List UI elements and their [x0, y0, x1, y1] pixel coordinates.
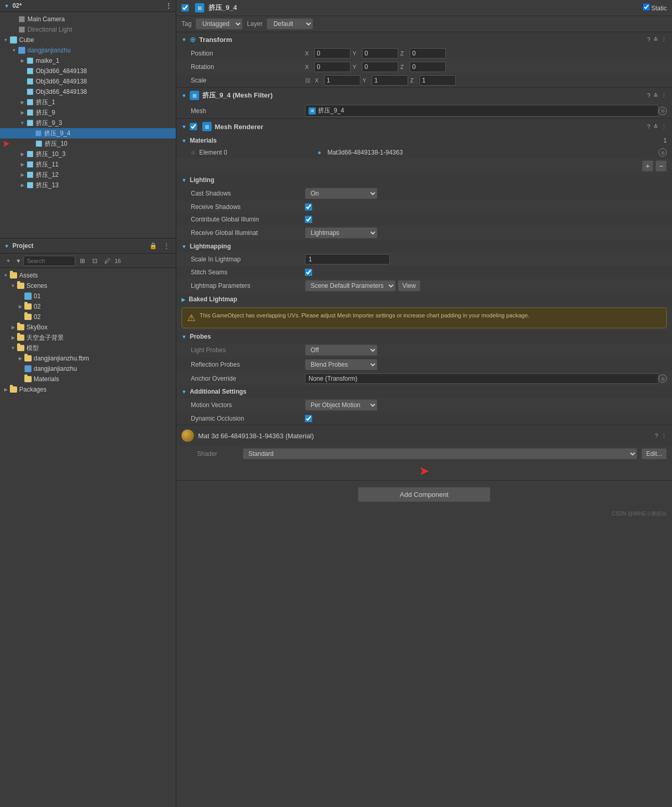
project-icon-btn1[interactable]: ⊞: [77, 256, 88, 266]
tree-item-skybox[interactable]: ▶ SkyBox: [0, 322, 176, 332]
baked-expand[interactable]: ▶: [181, 297, 186, 302]
project-icon-btn2[interactable]: ⊡: [90, 256, 100, 266]
tree-item-materials[interactable]: Materials: [0, 374, 176, 384]
mesh-renderer-help-icon[interactable]: ?: [647, 123, 650, 130]
tree-arrow-packages[interactable]: ▶: [2, 386, 9, 393]
add-material-btn[interactable]: +: [642, 160, 653, 172]
tree-arrow-maike1[interactable]: ▶: [19, 57, 26, 64]
tree-item-dobj[interactable]: dangjianjianzhu: [0, 364, 176, 374]
lightmapping-section-header[interactable]: ▼ Lightmapping: [176, 240, 672, 253]
project-menu-btn[interactable]: ⋮: [161, 241, 172, 251]
static-checkbox[interactable]: [643, 4, 650, 10]
receive-gi-dropdown[interactable]: Lightmaps: [305, 227, 377, 239]
project-icon-btn3[interactable]: 🖊: [102, 256, 113, 266]
motion-vectors-dropdown[interactable]: Per Object Motion: [305, 399, 377, 411]
tree-item-obj3[interactable]: Obj3d66_4849138: [0, 87, 176, 97]
remove-material-btn[interactable]: −: [655, 160, 667, 172]
position-x-input[interactable]: [314, 48, 351, 59]
material-menu-icon[interactable]: ⋮: [661, 433, 667, 439]
tree-item-jiya103[interactable]: ▶ 挤压_10_3: [0, 149, 176, 159]
material-header[interactable]: Mat 3d 66-4849138-1-94363 (Material) ? ⋮: [176, 425, 672, 446]
tree-arrow-jiya1[interactable]: ▶: [19, 99, 26, 106]
lighting-section-header[interactable]: ▼ Lighting: [176, 174, 672, 186]
scale-z-input[interactable]: [419, 75, 456, 86]
tree-item-jiya11[interactable]: ▶ 挤压_11: [0, 159, 176, 170]
shader-dropdown[interactable]: Standard: [243, 448, 637, 460]
cast-shadows-dropdown[interactable]: On: [305, 188, 377, 199]
tree-item-dir-light[interactable]: Directional Light: [0, 24, 176, 35]
tree-item-main-camera[interactable]: Main Camera: [0, 14, 176, 24]
tree-item-jiya12[interactable]: ▶ 挤压_12: [0, 170, 176, 180]
material-help-icon[interactable]: ?: [655, 433, 658, 439]
tree-arrow-scenes[interactable]: ▼: [9, 282, 17, 289]
mesh-target-btn[interactable]: ◎: [659, 107, 667, 115]
add-component-btn[interactable]: Add Component: [358, 487, 491, 502]
tree-item-jiya93[interactable]: ▼ 挤压_9_3: [0, 118, 176, 128]
tree-item-cube[interactable]: ▼ Cube: [0, 35, 176, 45]
tree-item-01[interactable]: 01: [0, 291, 176, 301]
tree-arrow-jiya12[interactable]: ▶: [19, 171, 26, 178]
scale-link-icon[interactable]: ⛓: [305, 77, 311, 84]
receive-shadows-checkbox[interactable]: [305, 203, 312, 211]
project-add-btn[interactable]: +: [3, 256, 13, 266]
mesh-filter-menu-icon[interactable]: ⋮: [661, 92, 667, 99]
transform-menu-icon[interactable]: ⋮: [661, 36, 667, 43]
tree-item-jiya94[interactable]: 挤压_9_4: [0, 128, 176, 138]
tag-dropdown[interactable]: Untagged: [195, 18, 243, 30]
additional-section-header[interactable]: ▼ Additional Settings: [176, 385, 672, 398]
drag-handle[interactable]: ≡: [191, 148, 195, 157]
scale-lightmap-input[interactable]: [305, 254, 390, 265]
tree-item-dangjianjianzhu[interactable]: ▼ dangjianjianzhu: [0, 45, 176, 55]
tree-item-model[interactable]: ▼ 模型: [0, 343, 176, 353]
edit-btn[interactable]: Edit...: [641, 448, 667, 460]
tree-arrow-jiya9[interactable]: ▶: [19, 109, 26, 116]
tree-item-02b[interactable]: 02: [0, 312, 176, 322]
reflection-probes-dropdown[interactable]: Blend Probes: [305, 359, 377, 370]
tree-arrow-jiya103[interactable]: ▶: [19, 150, 26, 158]
scale-x-input[interactable]: [324, 75, 360, 86]
mat-target-btn[interactable]: ◎: [659, 148, 667, 157]
tree-item-jiya1[interactable]: ▶ 挤压_1: [0, 97, 176, 107]
baked-lightmap-header[interactable]: ▶ Baked Lightmap: [176, 293, 672, 305]
scale-y-input[interactable]: [372, 75, 408, 86]
transform-help-icon[interactable]: ?: [647, 36, 650, 43]
tree-arrow-skybox[interactable]: ▶: [9, 324, 17, 331]
layer-dropdown[interactable]: Default: [267, 18, 313, 30]
transform-settings-icon[interactable]: ≛: [653, 36, 658, 43]
tree-arrow-jiya11[interactable]: ▶: [19, 161, 26, 168]
transform-header[interactable]: ▼ ⊕ Transform ? ≛ ⋮: [176, 32, 672, 47]
view-btn[interactable]: View: [398, 280, 421, 291]
tree-item-scenes[interactable]: ▼ Scenes: [0, 281, 176, 291]
position-z-input[interactable]: [410, 48, 446, 59]
rotation-y-input[interactable]: [362, 62, 398, 72]
tree-item-jiya13[interactable]: ▶ 挤压_13: [0, 180, 176, 190]
tree-arrow-jiya13[interactable]: ▶: [19, 182, 26, 189]
tree-item-maike1[interactable]: ▶ maike_1: [0, 55, 176, 66]
tree-arrow-02a[interactable]: ▶: [17, 303, 24, 310]
position-y-input[interactable]: [362, 48, 398, 59]
tree-item-obj1[interactable]: Obj3d66_4849138: [0, 66, 176, 76]
tree-item-tiankong[interactable]: ▶ 天空盒子背景: [0, 332, 176, 343]
mesh-renderer-header[interactable]: ▼ ⊞ Mesh Renderer ? ≛ ⋮: [176, 119, 672, 134]
mesh-filter-settings-icon[interactable]: ≛: [653, 92, 658, 99]
mesh-renderer-enabled[interactable]: [190, 123, 197, 130]
tree-arrow-tiankong[interactable]: ▶: [9, 334, 17, 341]
tree-arrow-fbm[interactable]: ▶: [17, 355, 24, 362]
mesh-filter-header[interactable]: ▼ ⊞ 挤压_9_4 (Mesh Filter) ? ≛ ⋮: [176, 88, 672, 103]
stitch-seams-checkbox[interactable]: [305, 269, 312, 276]
tree-item-packages[interactable]: ▶ Packages: [0, 384, 176, 395]
rotation-z-input[interactable]: [410, 62, 446, 72]
tree-item-jiya10[interactable]: ➤ 挤压_10: [0, 138, 176, 149]
tree-item-assets[interactable]: ▼ Assets: [0, 270, 176, 281]
mesh-renderer-menu-icon[interactable]: ⋮: [661, 123, 667, 130]
materials-section-header[interactable]: ▼ Materials 1: [176, 134, 672, 147]
expand-arrow-hierarchy[interactable]: ▼: [4, 3, 9, 9]
project-search-input[interactable]: [23, 256, 75, 266]
tree-arrow-dangjianjianzhu[interactable]: ▼: [10, 47, 18, 54]
tree-item-fbm[interactable]: ▶ dangjianjianzhu.fbm: [0, 353, 176, 364]
probes-section-header[interactable]: ▼ Probes: [176, 330, 672, 343]
contribute-gi-checkbox[interactable]: [305, 216, 312, 223]
tree-item-02a[interactable]: ▶ 02: [0, 301, 176, 312]
tree-arrow-model[interactable]: ▼: [9, 344, 17, 352]
tree-item-jiya9[interactable]: ▶ 挤压_9: [0, 107, 176, 118]
